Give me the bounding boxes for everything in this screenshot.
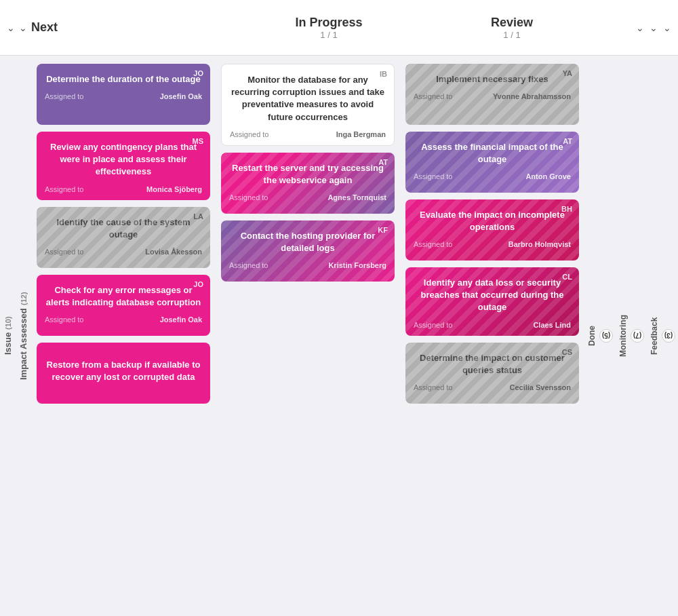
header: ⌄ ⌄ Next In Progress 1 / 1 Review 1 / 1 … xyxy=(0,0,678,56)
chevron-down-icon-1[interactable]: ⌄ xyxy=(7,22,15,33)
left-labels: Issue (10) Impact Assessed (12) xyxy=(0,56,31,616)
feedback-label: Feedback (3) xyxy=(647,56,678,616)
card-initials: LA xyxy=(193,212,203,220)
card-restart-server[interactable]: AT Restart the server and try accessing … xyxy=(221,153,395,214)
card-footer: Assigned to Cecilia Svensson xyxy=(414,383,571,391)
card-footer: Assigned to Agnes Tornquist xyxy=(229,193,386,201)
card-title: Restore from a backup if available to re… xyxy=(45,359,202,383)
card-monitor-database[interactable]: IB Monitor the database for any recurrin… xyxy=(221,64,395,146)
card-title: Determine the duration of the outage xyxy=(45,73,202,85)
review-column-title: Review xyxy=(491,16,533,30)
card-initials: YA xyxy=(563,69,572,77)
review-column: YA Implement necessary fixes Assigned to… xyxy=(400,56,584,616)
card-footer: Assigned to Lovisa Åkesson xyxy=(45,248,202,256)
card-incomplete-operations[interactable]: BH Evaluate the impact on incomplete ope… xyxy=(405,199,579,261)
card-customer-queries[interactable]: CS Determine the impact on customer quer… xyxy=(405,343,579,404)
card-initials: JO xyxy=(193,280,203,288)
card-initials: CS xyxy=(562,348,572,356)
card-initials: JO xyxy=(193,69,203,77)
card-title: Monitor the database for any recurring c… xyxy=(230,74,386,123)
right-labels: Done (5) Monitoring (7) Feedback (3) xyxy=(584,56,678,616)
card-footer: Assigned to Claes Lind xyxy=(414,321,571,329)
card-initials: IB xyxy=(380,70,387,78)
main-layout: Issue (10) Impact Assessed (12) JO Deter… xyxy=(0,56,678,616)
card-title: Assess the financial impact of the outag… xyxy=(414,141,571,166)
card-footer: Assigned to Anton Grove xyxy=(414,172,571,180)
in-progress-column-title: In Progress xyxy=(295,16,362,30)
card-footer: Assigned to Josefin Oak xyxy=(45,92,202,100)
chevron-down-icon-5[interactable]: ⌄ xyxy=(663,22,671,33)
chevron-down-icon-4[interactable]: ⌄ xyxy=(650,22,658,33)
card-initials: CL xyxy=(562,273,572,281)
card-contact-hosting[interactable]: KF Contact the hosting provider for deta… xyxy=(221,220,395,282)
card-determine-duration[interactable]: JO Determine the duration of the outage … xyxy=(37,64,210,125)
card-financial-impact[interactable]: AT Assess the financial impact of the ou… xyxy=(405,132,579,193)
issue-label: Issue (10) xyxy=(0,56,16,616)
card-footer: Assigned to Monica Sjöberg xyxy=(45,185,202,193)
card-title: Implement necessary fixes xyxy=(414,73,571,85)
card-title: Determine the impact on customer queries… xyxy=(414,352,571,377)
done-label: Done (5) xyxy=(584,56,616,616)
card-error-messages[interactable]: JO Check for any error messages or alert… xyxy=(37,275,210,336)
card-footer: Assigned to Kristin Forsberg xyxy=(229,261,386,269)
card-title: Identify the cause of the system outage xyxy=(45,216,202,241)
card-footer: Assigned to Josefin Oak xyxy=(45,315,202,324)
next-column: JO Determine the duration of the outage … xyxy=(31,56,216,616)
card-title: Check for any error messages or alerts i… xyxy=(45,284,202,309)
card-contingency-plans[interactable]: MS Review any contingency plans that wer… xyxy=(37,132,210,200)
monitoring-label: Monitoring (7) xyxy=(616,56,647,616)
card-footer: Assigned to Inga Bergman xyxy=(230,130,386,138)
columns-wrapper: JO Determine the duration of the outage … xyxy=(31,56,584,616)
card-footer: Assigned to Barbro Holmqvist xyxy=(414,240,571,248)
chevron-down-icon-2[interactable]: ⌄ xyxy=(19,22,27,33)
review-count: 1 / 1 xyxy=(503,30,520,40)
card-title: Review any contingency plans that were i… xyxy=(45,141,202,178)
card-title: Contact the hosting provider for detaile… xyxy=(229,230,386,254)
chevron-down-icon-3[interactable]: ⌄ xyxy=(636,22,644,33)
card-initials: KF xyxy=(378,226,388,234)
in-progress-count: 1 / 1 xyxy=(320,30,337,40)
card-title: Restart the server and try accessing the… xyxy=(229,162,386,187)
card-initials: BH xyxy=(561,205,572,213)
card-initials: AT xyxy=(378,158,388,166)
card-initials: AT xyxy=(563,137,572,145)
card-title: Identify any data loss or security breac… xyxy=(414,277,571,314)
card-identify-cause[interactable]: LA Identify the cause of the system outa… xyxy=(37,207,210,268)
in-progress-column: IB Monitor the database for any recurrin… xyxy=(216,56,400,616)
card-restore-backup[interactable]: Restore from a backup if available to re… xyxy=(37,343,210,404)
impact-assessed-label: Impact Assessed (12) xyxy=(16,56,31,616)
card-data-loss[interactable]: CL Identify any data loss or security br… xyxy=(405,267,579,336)
next-column-title: Next xyxy=(31,20,58,35)
card-footer: Assigned to Yvonne Abrahamsson xyxy=(414,92,571,100)
card-initials: MS xyxy=(193,137,204,145)
card-implement-fixes[interactable]: YA Implement necessary fixes Assigned to… xyxy=(405,64,579,125)
card-title: Evaluate the impact on incomplete operat… xyxy=(414,209,571,233)
